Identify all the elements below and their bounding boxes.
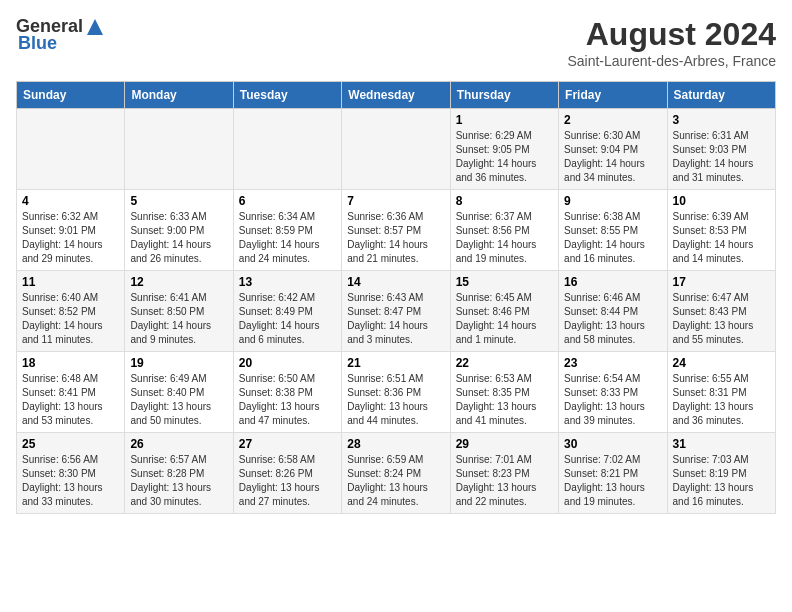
day-info: Sunrise: 7:03 AMSunset: 8:19 PMDaylight:… [673,453,770,509]
calendar-cell: 17Sunrise: 6:47 AMSunset: 8:43 PMDayligh… [667,271,775,352]
calendar-cell: 31Sunrise: 7:03 AMSunset: 8:19 PMDayligh… [667,433,775,514]
calendar-cell: 19Sunrise: 6:49 AMSunset: 8:40 PMDayligh… [125,352,233,433]
day-number: 30 [564,437,661,451]
calendar-cell: 22Sunrise: 6:53 AMSunset: 8:35 PMDayligh… [450,352,558,433]
header-friday: Friday [559,82,667,109]
logo: General Blue [16,16,105,54]
day-number: 22 [456,356,553,370]
calendar-cell: 18Sunrise: 6:48 AMSunset: 8:41 PMDayligh… [17,352,125,433]
day-number: 25 [22,437,119,451]
day-number: 23 [564,356,661,370]
day-info: Sunrise: 6:50 AMSunset: 8:38 PMDaylight:… [239,372,336,428]
calendar-cell: 28Sunrise: 6:59 AMSunset: 8:24 PMDayligh… [342,433,450,514]
day-info: Sunrise: 6:58 AMSunset: 8:26 PMDaylight:… [239,453,336,509]
day-info: Sunrise: 6:45 AMSunset: 8:46 PMDaylight:… [456,291,553,347]
header-saturday: Saturday [667,82,775,109]
day-number: 12 [130,275,227,289]
day-info: Sunrise: 6:51 AMSunset: 8:36 PMDaylight:… [347,372,444,428]
day-info: Sunrise: 6:37 AMSunset: 8:56 PMDaylight:… [456,210,553,266]
calendar-cell: 26Sunrise: 6:57 AMSunset: 8:28 PMDayligh… [125,433,233,514]
day-number: 2 [564,113,661,127]
calendar-week-row: 25Sunrise: 6:56 AMSunset: 8:30 PMDayligh… [17,433,776,514]
day-number: 10 [673,194,770,208]
day-number: 27 [239,437,336,451]
calendar-cell: 6Sunrise: 6:34 AMSunset: 8:59 PMDaylight… [233,190,341,271]
calendar-cell: 30Sunrise: 7:02 AMSunset: 8:21 PMDayligh… [559,433,667,514]
day-number: 11 [22,275,119,289]
day-info: Sunrise: 6:54 AMSunset: 8:33 PMDaylight:… [564,372,661,428]
calendar-cell: 25Sunrise: 6:56 AMSunset: 8:30 PMDayligh… [17,433,125,514]
day-number: 17 [673,275,770,289]
header-wednesday: Wednesday [342,82,450,109]
header: General Blue August 2024 Saint-Laurent-d… [16,16,776,69]
calendar-cell: 8Sunrise: 6:37 AMSunset: 8:56 PMDaylight… [450,190,558,271]
page-title: August 2024 [567,16,776,53]
day-info: Sunrise: 6:32 AMSunset: 9:01 PMDaylight:… [22,210,119,266]
svg-marker-0 [87,19,103,35]
calendar-cell: 23Sunrise: 6:54 AMSunset: 8:33 PMDayligh… [559,352,667,433]
day-info: Sunrise: 6:40 AMSunset: 8:52 PMDaylight:… [22,291,119,347]
day-info: Sunrise: 6:55 AMSunset: 8:31 PMDaylight:… [673,372,770,428]
day-info: Sunrise: 6:33 AMSunset: 9:00 PMDaylight:… [130,210,227,266]
day-info: Sunrise: 6:42 AMSunset: 8:49 PMDaylight:… [239,291,336,347]
day-info: Sunrise: 6:43 AMSunset: 8:47 PMDaylight:… [347,291,444,347]
day-info: Sunrise: 6:48 AMSunset: 8:41 PMDaylight:… [22,372,119,428]
day-number: 9 [564,194,661,208]
day-number: 7 [347,194,444,208]
calendar-cell: 29Sunrise: 7:01 AMSunset: 8:23 PMDayligh… [450,433,558,514]
logo-icon [85,17,105,37]
day-number: 5 [130,194,227,208]
day-info: Sunrise: 6:57 AMSunset: 8:28 PMDaylight:… [130,453,227,509]
day-number: 14 [347,275,444,289]
calendar-cell: 3Sunrise: 6:31 AMSunset: 9:03 PMDaylight… [667,109,775,190]
calendar-cell [233,109,341,190]
calendar-header-row: Sunday Monday Tuesday Wednesday Thursday… [17,82,776,109]
day-number: 26 [130,437,227,451]
calendar-cell: 12Sunrise: 6:41 AMSunset: 8:50 PMDayligh… [125,271,233,352]
header-sunday: Sunday [17,82,125,109]
day-info: Sunrise: 6:53 AMSunset: 8:35 PMDaylight:… [456,372,553,428]
day-info: Sunrise: 6:59 AMSunset: 8:24 PMDaylight:… [347,453,444,509]
calendar-cell: 24Sunrise: 6:55 AMSunset: 8:31 PMDayligh… [667,352,775,433]
calendar-cell: 14Sunrise: 6:43 AMSunset: 8:47 PMDayligh… [342,271,450,352]
day-number: 20 [239,356,336,370]
calendar-cell [17,109,125,190]
day-info: Sunrise: 6:56 AMSunset: 8:30 PMDaylight:… [22,453,119,509]
day-number: 24 [673,356,770,370]
day-number: 31 [673,437,770,451]
calendar-week-row: 4Sunrise: 6:32 AMSunset: 9:01 PMDaylight… [17,190,776,271]
day-info: Sunrise: 6:49 AMSunset: 8:40 PMDaylight:… [130,372,227,428]
day-number: 6 [239,194,336,208]
day-info: Sunrise: 6:29 AMSunset: 9:05 PMDaylight:… [456,129,553,185]
calendar-cell: 13Sunrise: 6:42 AMSunset: 8:49 PMDayligh… [233,271,341,352]
calendar-cell: 15Sunrise: 6:45 AMSunset: 8:46 PMDayligh… [450,271,558,352]
day-number: 18 [22,356,119,370]
day-number: 13 [239,275,336,289]
day-info: Sunrise: 6:39 AMSunset: 8:53 PMDaylight:… [673,210,770,266]
title-area: August 2024 Saint-Laurent-des-Arbres, Fr… [567,16,776,69]
calendar-cell: 10Sunrise: 6:39 AMSunset: 8:53 PMDayligh… [667,190,775,271]
day-number: 1 [456,113,553,127]
day-info: Sunrise: 6:38 AMSunset: 8:55 PMDaylight:… [564,210,661,266]
day-number: 15 [456,275,553,289]
day-number: 16 [564,275,661,289]
day-number: 21 [347,356,444,370]
calendar-table: Sunday Monday Tuesday Wednesday Thursday… [16,81,776,514]
day-number: 3 [673,113,770,127]
page-subtitle: Saint-Laurent-des-Arbres, France [567,53,776,69]
calendar-cell [125,109,233,190]
day-info: Sunrise: 6:36 AMSunset: 8:57 PMDaylight:… [347,210,444,266]
day-info: Sunrise: 6:41 AMSunset: 8:50 PMDaylight:… [130,291,227,347]
calendar-cell: 5Sunrise: 6:33 AMSunset: 9:00 PMDaylight… [125,190,233,271]
calendar-cell [342,109,450,190]
header-tuesday: Tuesday [233,82,341,109]
day-number: 28 [347,437,444,451]
calendar-cell: 2Sunrise: 6:30 AMSunset: 9:04 PMDaylight… [559,109,667,190]
calendar-cell: 27Sunrise: 6:58 AMSunset: 8:26 PMDayligh… [233,433,341,514]
calendar-cell: 11Sunrise: 6:40 AMSunset: 8:52 PMDayligh… [17,271,125,352]
day-number: 19 [130,356,227,370]
day-info: Sunrise: 6:31 AMSunset: 9:03 PMDaylight:… [673,129,770,185]
calendar-cell: 20Sunrise: 6:50 AMSunset: 8:38 PMDayligh… [233,352,341,433]
day-number: 8 [456,194,553,208]
day-number: 29 [456,437,553,451]
